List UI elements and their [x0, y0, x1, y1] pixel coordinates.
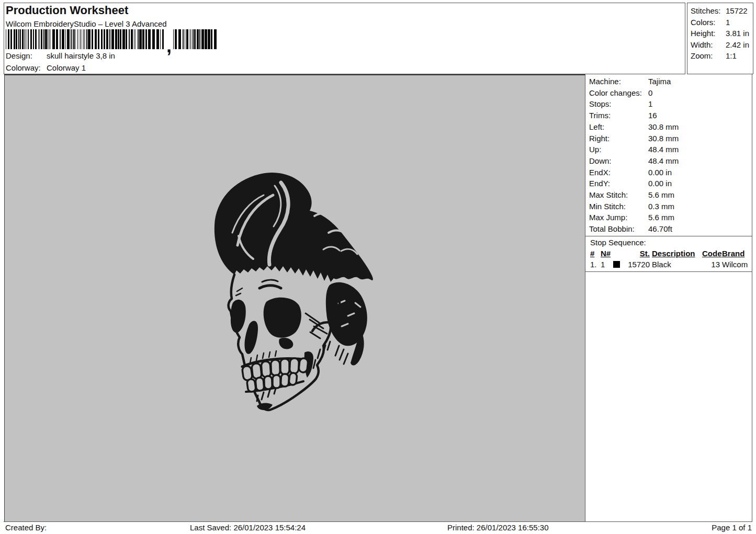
machine-info-row: EndY:0.00 in — [589, 178, 752, 189]
summary-value: 15722 — [726, 5, 748, 17]
thread-color-swatch — [613, 261, 620, 268]
machine-info-value: 0 — [648, 87, 652, 99]
summary-label: Zoom: — [691, 50, 726, 62]
machine-info-value: 46.70ft — [648, 223, 672, 235]
machine-info-row: Max Stitch:5.6 mm — [589, 189, 752, 201]
machine-info-label: EndX: — [589, 167, 648, 178]
summary-row-colors: Colors: 1 — [687, 17, 753, 28]
machine-info-value: 16 — [648, 110, 657, 121]
machine-info-label: Max Stitch: — [589, 189, 648, 201]
summary-label: Stitches: — [691, 5, 726, 17]
summary-row-stitches: Stitches: 15722 — [687, 5, 753, 17]
col-num: # — [590, 248, 599, 259]
machine-info-value: 1 — [648, 98, 652, 110]
row-needle: 1 — [601, 259, 611, 270]
summary-value: 2.42 in — [726, 39, 749, 51]
summary-value: 3.81 in — [726, 28, 749, 39]
machine-info-value: 48.4 mm — [648, 144, 679, 155]
colorway-row: Colorway: Colorway 1 — [6, 63, 86, 72]
row-num: 1. — [590, 259, 599, 270]
machine-info-label: Right: — [589, 133, 648, 144]
machine-info-value: 30.8 mm — [648, 121, 679, 133]
last-saved-text: Last Saved: 26/01/2023 15:54:24 — [190, 523, 306, 532]
machine-info-value: 48.4 mm — [648, 155, 679, 167]
created-by-label: Created By: — [5, 523, 47, 532]
col-description: Description — [652, 248, 700, 259]
row-brand: Wilcom — [722, 259, 751, 270]
row-description: Black — [652, 259, 700, 270]
machine-info-label: Left: — [589, 121, 648, 133]
stop-sequence-row: 1. 1 15720 Black 13 Wilcom — [590, 259, 752, 270]
machine-info-row: Machine:Tajima — [589, 76, 752, 87]
machine-info-value: 0.3 mm — [648, 201, 674, 212]
design-value: skull hairstyle 3,8 in — [47, 51, 115, 60]
col-code: Code — [702, 248, 720, 259]
design-name-row: Design: skull hairstyle 3,8 in — [6, 51, 115, 60]
machine-info-row: Left:30.8 mm — [589, 121, 752, 133]
production-worksheet-page: Production Worksheet Wilcom EmbroiderySt… — [0, 0, 756, 534]
machine-info-value: Tajima — [648, 76, 671, 87]
machine-info-label: Machine: — [589, 76, 648, 87]
col-brand: Brand — [722, 248, 751, 259]
machine-info-label: Max Jump: — [589, 212, 648, 223]
barcode-main — [6, 29, 164, 49]
machine-info-row: Max Jump:5.6 mm — [589, 212, 752, 223]
summary-row-height: Height: 3.81 in — [687, 28, 753, 39]
barcode-suffix — [173, 29, 218, 49]
colorway-label: Colorway: — [6, 63, 47, 72]
machine-info-row: Up:48.4 mm — [589, 144, 752, 155]
summary-row-zoom: Zoom: 1:1 — [687, 50, 753, 62]
machine-info-label: Down: — [589, 155, 648, 167]
machine-info-value: 30.8 mm — [648, 133, 679, 144]
summary-row-width: Width: 2.42 in — [687, 39, 753, 51]
row-stitches: 15720 — [628, 259, 650, 270]
col-stitches: St. — [613, 248, 650, 259]
software-subtitle: Wilcom EmbroideryStudio – Level 3 Advanc… — [6, 19, 167, 28]
machine-info-value: 5.6 mm — [648, 212, 674, 223]
machine-info-label: EndY: — [589, 178, 648, 189]
summary-label: Height: — [691, 28, 726, 39]
row-code: 13 — [702, 259, 720, 270]
page-title: Production Worksheet — [6, 4, 128, 17]
footer-bar: Created By: Last Saved: 26/01/2023 15:54… — [4, 521, 752, 533]
machine-info-row: Min Stitch:0.3 mm — [589, 201, 752, 212]
page-number: Page 1 of 1 — [712, 523, 752, 532]
design-barcode: , — [6, 29, 218, 50]
machine-info-label: Trims: — [589, 110, 648, 121]
machine-info-row: Right:30.8 mm — [589, 133, 752, 144]
summary-label: Width: — [691, 39, 726, 51]
machine-info-row: Trims:16 — [589, 110, 752, 121]
machine-info-value: 0.00 in — [648, 178, 672, 189]
stitch-canvas — [4, 74, 585, 521]
barcode-separator: , — [166, 42, 172, 50]
machine-info-label: Up: — [589, 144, 648, 155]
design-label: Design: — [6, 51, 47, 60]
machine-info-label: Stops: — [589, 98, 648, 110]
machine-info-row: Color changes:0 — [589, 87, 752, 99]
summary-value: 1 — [726, 17, 730, 28]
embroidery-design-preview — [207, 166, 380, 433]
machine-info-label: Color changes: — [589, 87, 648, 99]
machine-info-row: EndX:0.00 in — [589, 167, 752, 178]
machine-info-row: Stops:1 — [589, 98, 752, 110]
machine-info-row: Total Bobbin:46.70ft — [589, 223, 752, 235]
stop-sequence-section: Stop Sequence: # N# St. Description Code… — [585, 236, 752, 272]
colorway-value: Colorway 1 — [47, 63, 86, 72]
stop-sequence-title: Stop Sequence: — [590, 237, 752, 248]
summary-value: 1:1 — [726, 50, 737, 62]
machine-info-value: 0.00 in — [648, 167, 672, 178]
machine-info-label: Total Bobbin: — [589, 223, 648, 235]
machine-info-rows: Machine:TajimaColor changes:0Stops:1Trim… — [585, 74, 752, 235]
col-needle: N# — [601, 248, 611, 259]
machine-info-value: 5.6 mm — [648, 189, 674, 201]
header-box: Production Worksheet Wilcom EmbroiderySt… — [4, 3, 685, 74]
machine-info-panel: Machine:TajimaColor changes:0Stops:1Trim… — [585, 74, 752, 521]
machine-info-row: Down:48.4 mm — [589, 155, 752, 167]
machine-info-label: Min Stitch: — [589, 201, 648, 212]
design-summary-box: Stitches: 15722 Colors: 1 Height: 3.81 i… — [687, 3, 753, 74]
summary-label: Colors: — [691, 17, 726, 28]
stop-sequence-header: # N# St. Description Code Brand — [590, 248, 752, 259]
printed-text: Printed: 26/01/2023 16:55:30 — [447, 523, 549, 532]
